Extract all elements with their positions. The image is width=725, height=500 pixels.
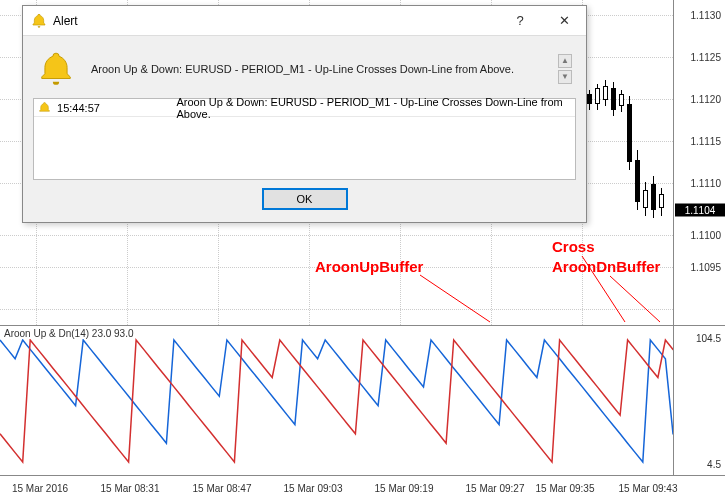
indicator-title: Aroon Up & Dn(14) 23.0 93.0	[4, 328, 134, 339]
price-tick: 1.1100	[690, 230, 721, 241]
dialog-title: Alert	[53, 14, 498, 28]
help-button[interactable]: ?	[498, 6, 542, 36]
scroll-up-button[interactable]: ▲	[558, 54, 572, 68]
price-axis: 1.1130 1.1125 1.1120 1.1115 1.1110 1.110…	[673, 0, 725, 325]
time-tick: 15 Mar 08:31	[101, 483, 160, 494]
alert-dialog: Alert ? ✕ Aroon Up & Down: EURUSD - PERI…	[22, 5, 587, 223]
price-tick: 1.1120	[690, 94, 721, 105]
ind-tick-low: 4.5	[707, 459, 721, 470]
table-row[interactable]: 15:44:57 Aroon Up & Down: EURUSD - PERIO…	[34, 99, 575, 117]
price-tick: 1.1125	[690, 52, 721, 63]
ok-button[interactable]: OK	[262, 188, 348, 210]
scroll-down-button[interactable]: ▼	[558, 70, 572, 84]
time-tick: 15 Mar 09:19	[375, 483, 434, 494]
price-tick: 1.1110	[690, 178, 721, 189]
time-tick: 15 Mar 09:35	[536, 483, 595, 494]
current-price-tag: 1.1104	[675, 204, 725, 217]
time-axis: 15 Mar 2016 15 Mar 08:31 15 Mar 08:47 15…	[0, 475, 725, 500]
time-tick: 15 Mar 09:27	[466, 483, 525, 494]
scroll-arrows: ▲ ▼	[558, 54, 572, 84]
time-tick: 15 Mar 09:43	[619, 483, 678, 494]
close-button[interactable]: ✕	[542, 6, 586, 36]
time-tick: 15 Mar 2016	[12, 483, 68, 494]
annotation-cross: Cross	[552, 238, 595, 255]
bell-icon	[37, 50, 75, 88]
indicator-plot	[0, 326, 673, 475]
titlebar[interactable]: Alert ? ✕	[23, 6, 586, 36]
annotation-aroon-dn: AroonDnBuffer	[552, 258, 660, 275]
indicator-axis: 104.5 4.5	[673, 326, 725, 476]
alert-history-table[interactable]: 15:44:57 Aroon Up & Down: EURUSD - PERIO…	[33, 98, 576, 180]
price-tick: 1.1095	[690, 262, 721, 273]
price-tick: 1.1130	[690, 10, 721, 21]
bell-icon	[31, 13, 47, 29]
bell-icon	[38, 101, 51, 115]
time-tick: 15 Mar 09:03	[284, 483, 343, 494]
ind-tick-high: 104.5	[696, 333, 721, 344]
indicator-pane[interactable]: Aroon Up & Dn(14) 23.0 93.0 104.5 4.5	[0, 325, 725, 475]
annotation-aroon-up: AroonUpBuffer	[315, 258, 423, 275]
row-message: Aroon Up & Down: EURUSD - PERIOD_M1 - Up…	[176, 96, 571, 120]
alert-message: Aroon Up & Down: EURUSD - PERIOD_M1 - Up…	[91, 63, 550, 75]
time-tick: 15 Mar 08:47	[193, 483, 252, 494]
row-time: 15:44:57	[57, 102, 176, 114]
price-tick: 1.1115	[690, 136, 721, 147]
